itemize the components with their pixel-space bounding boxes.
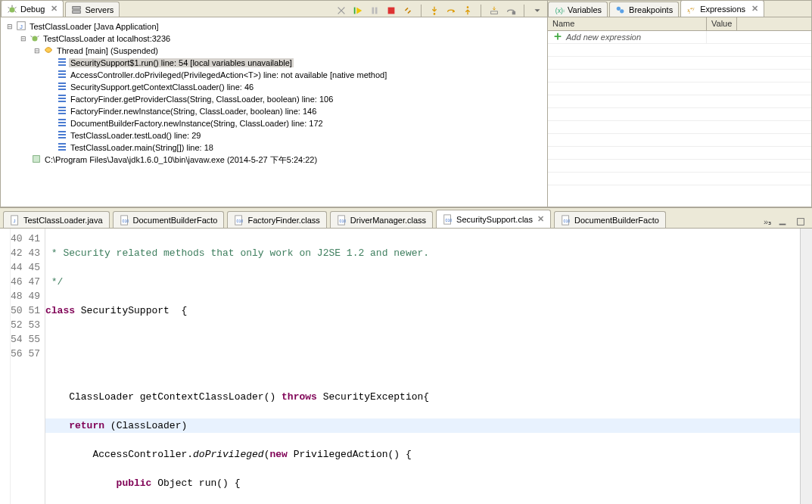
editor-tab[interactable]: 010DriverManager.class (330, 211, 433, 228)
tab-breakpoints-label: Breakpoints (629, 5, 673, 14)
close-icon[interactable]: ✕ (51, 4, 58, 14)
maximize-button[interactable] (794, 216, 807, 228)
suspend-button[interactable] (368, 5, 381, 17)
col-name[interactable]: Name (548, 17, 707, 30)
editor-tab[interactable]: 010DocumentBuilderFacto (113, 211, 225, 228)
svg-point-13 (33, 36, 38, 41)
code-text: SecurityException{ (317, 391, 429, 403)
minimize-button[interactable] (776, 216, 789, 228)
svg-text:010: 010 (339, 218, 346, 222)
tab-debug-label: Debug (20, 5, 45, 14)
svg-text:J: J (20, 23, 23, 30)
editor-tab[interactable]: 010FactoryFinder.class (227, 211, 326, 228)
editor-tab[interactable]: 010DocumentBuilderFacto (554, 211, 666, 228)
right-tabbar: (x)= Variables Breakpoints ᶍ⁺ʸ Expressio… (548, 1, 811, 17)
tab-breakpoints[interactable]: Breakpoints (609, 2, 679, 17)
editor-tab-label: DriverManager.class (350, 216, 426, 225)
editor-tab-label: SecuritySupport.clas (456, 215, 533, 224)
thread-icon (43, 45, 55, 57)
tab-debug[interactable]: Debug ✕ (1, 0, 64, 17)
tab-variables[interactable]: (x)= Variables (548, 2, 608, 17)
tree-root[interactable]: TestClassLoader [Java Application] (28, 22, 160, 31)
editor-tabbar: JTestClassLoader.java 010DocumentBuilder… (0, 207, 812, 229)
use-step-filters-button[interactable] (504, 5, 518, 17)
collapse-icon[interactable]: ⊟ (4, 23, 16, 30)
svg-text:010: 010 (563, 218, 570, 222)
view-menu-button[interactable] (530, 5, 544, 17)
marker-strip (0, 229, 11, 504)
svg-point-16 (617, 6, 621, 10)
class-file-icon: 010 (120, 215, 130, 226)
code-text: throws (282, 391, 317, 403)
stack-frame[interactable]: SecuritySupport$1.run() line: 54 [local … (69, 58, 294, 67)
code-text: AccessController. (45, 449, 193, 460)
class-file-icon: 010 (337, 215, 347, 226)
disconnect-button[interactable] (401, 5, 415, 17)
tree-process[interactable]: TestClassLoader at localhost:3236 (42, 34, 172, 43)
step-over-button[interactable] (444, 5, 458, 17)
debug-tree[interactable]: ⊟ J TestClassLoader [Java Application] ⊟… (1, 17, 547, 207)
step-return-button[interactable] (461, 5, 474, 17)
stack-frame[interactable]: AccessController.doPrivileged(Privileged… (69, 70, 388, 79)
svg-text:010: 010 (237, 218, 244, 222)
step-into-button[interactable] (428, 5, 441, 17)
resume-button[interactable] (351, 5, 365, 17)
tab-servers-label: Servers (85, 5, 114, 14)
class-file-icon: 010 (443, 214, 453, 225)
editor-tab-label: DocumentBuilderFacto (574, 216, 659, 225)
vertical-scrollbar[interactable] (800, 229, 812, 504)
debug-tabbar: Debug ✕ Servers (1, 1, 547, 17)
stack-frame[interactable]: DocumentBuilderFactory.newInstance(Strin… (69, 119, 325, 128)
stack-frame-icon (57, 117, 69, 129)
tree-thread[interactable]: Thread [main] (Suspended) (55, 46, 160, 55)
stack-frame-icon (57, 105, 69, 117)
expressions-grid[interactable]: Add new expression (548, 31, 811, 207)
stack-frame[interactable]: TestClassLoader.testLoad() line: 29 (69, 131, 202, 140)
col-value[interactable]: Value (707, 17, 737, 30)
editor-tab-active[interactable]: 010SecuritySupport.clas✕ (436, 210, 551, 228)
bug-icon (7, 4, 17, 14)
svg-rect-5 (375, 8, 378, 14)
stack-frame-icon (57, 69, 69, 81)
svg-rect-6 (388, 8, 395, 14)
code-text: new (269, 449, 287, 460)
svg-text:010: 010 (122, 218, 129, 222)
svg-rect-14 (33, 156, 40, 163)
drop-to-frame-button[interactable] (487, 5, 501, 17)
stack-frame-icon (57, 129, 69, 142)
svg-rect-10 (512, 11, 515, 14)
java-file-icon: J (10, 215, 20, 226)
svg-rect-3 (354, 8, 356, 14)
more-tabs-button[interactable]: »₃ (764, 217, 771, 227)
svg-rect-2 (73, 10, 81, 13)
stack-frame-icon (57, 93, 69, 105)
stack-frame[interactable]: FactoryFinder.newInstance(String, ClassL… (69, 107, 318, 116)
terminate-button[interactable] (384, 5, 398, 17)
svg-rect-32 (798, 219, 804, 226)
stack-frame[interactable]: TestClassLoader.main(String[]) line: 18 (69, 143, 215, 152)
collapse-icon[interactable]: ⊟ (17, 35, 30, 42)
stack-frame-icon (57, 57, 69, 69)
editor-tab[interactable]: JTestClassLoader.java (3, 211, 110, 228)
editor-tab-label: TestClassLoader.java (23, 216, 103, 225)
stack-frame[interactable]: FactoryFinder.getProviderClass(String, C… (69, 95, 334, 104)
line-gutter: 40 41 42 43 44 45 46 47 48 49 50 51 52 5… (11, 229, 45, 504)
code-text: Object run() { (151, 478, 240, 489)
tree-jvm[interactable]: C:\Program Files\Java\jdk1.6.0_10\bin\ja… (43, 154, 319, 166)
stack-frame[interactable]: SecuritySupport.getContextClassLoader() … (69, 82, 255, 92)
add-expression-label[interactable]: Add new expression (566, 33, 641, 42)
svg-rect-9 (491, 11, 498, 14)
svg-text:010: 010 (446, 217, 453, 222)
close-icon[interactable]: ✕ (537, 214, 544, 224)
tab-servers[interactable]: Servers (65, 2, 120, 17)
code-text: return (45, 420, 110, 431)
tab-expressions[interactable]: ᶍ⁺ʸ Expressions ✕ (680, 0, 764, 17)
code-area[interactable]: * Security related methods that only wor… (45, 229, 800, 504)
close-icon[interactable]: ✕ (751, 4, 758, 14)
code-editor[interactable]: 40 41 42 43 44 45 46 47 48 49 50 51 52 5… (0, 229, 812, 504)
plus-icon (552, 31, 563, 43)
code-text: ClassLoader getContextClassLoader() (45, 391, 282, 403)
remove-terminated-button[interactable] (334, 5, 348, 17)
collapse-icon[interactable]: ⊟ (31, 47, 43, 54)
tab-variables-label: Variables (568, 5, 602, 14)
